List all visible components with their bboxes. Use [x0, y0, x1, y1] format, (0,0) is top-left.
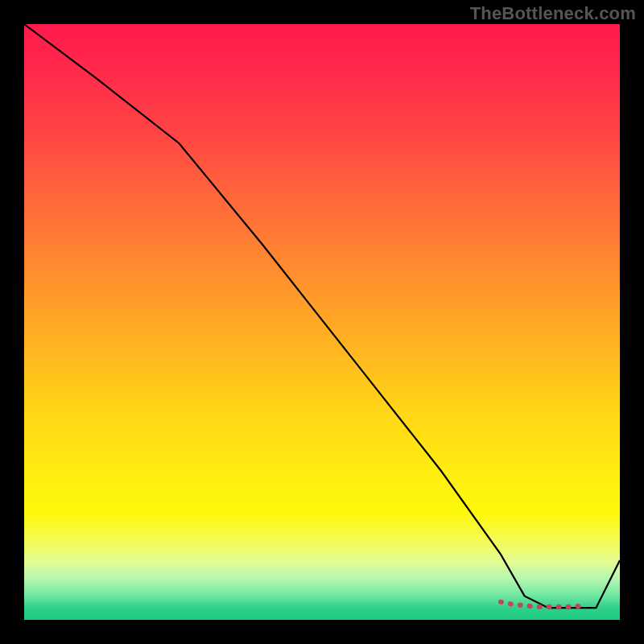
line-layer: [24, 24, 620, 620]
plot-area: [24, 24, 620, 620]
chart-frame: TheBottleneck.com: [0, 0, 644, 644]
watermark-text: TheBottleneck.com: [470, 3, 636, 24]
bottleneck-curve: [24, 24, 620, 608]
